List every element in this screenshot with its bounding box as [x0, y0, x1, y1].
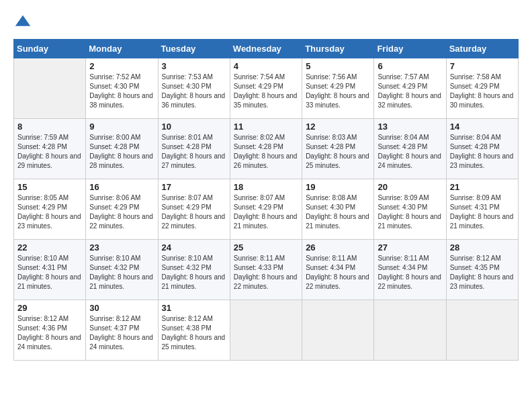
logo [13, 13, 34, 32]
day-info: Sunrise: 8:03 AM Sunset: 4:28 PM Dayligh… [306, 133, 370, 171]
calendar-week-1: 2 Sunrise: 7:52 AM Sunset: 4:30 PM Dayli… [14, 58, 519, 119]
day-number: 27 [378, 242, 442, 253]
day-number: 9 [89, 122, 154, 132]
calendar-cell: 28 Sunrise: 8:12 AM Sunset: 4:35 PM Dayl… [446, 240, 518, 300]
header-row: SundayMondayTuesdayWednesdayThursdayFrid… [14, 40, 519, 58]
day-header-sunday: Sunday [14, 40, 86, 58]
day-info: Sunrise: 7:54 AM Sunset: 4:29 PM Dayligh… [234, 73, 298, 110]
day-number: 31 [162, 303, 226, 313]
day-header-tuesday: Tuesday [158, 40, 230, 58]
day-number: 26 [306, 242, 370, 253]
day-info: Sunrise: 8:11 AM Sunset: 4:34 PM Dayligh… [378, 254, 442, 291]
calendar-cell: 14 Sunrise: 8:04 AM Sunset: 4:28 PM Dayl… [446, 119, 518, 179]
day-header-friday: Friday [374, 40, 446, 58]
logo-icon [13, 13, 32, 32]
day-info: Sunrise: 7:58 AM Sunset: 4:29 PM Dayligh… [450, 73, 515, 110]
day-info: Sunrise: 7:59 AM Sunset: 4:28 PM Dayligh… [17, 133, 82, 171]
day-number: 6 [378, 61, 442, 71]
day-info: Sunrise: 8:12 AM Sunset: 4:37 PM Dayligh… [89, 314, 154, 352]
day-info: Sunrise: 7:57 AM Sunset: 4:29 PM Dayligh… [378, 73, 442, 110]
calendar-cell: 6 Sunrise: 7:57 AM Sunset: 4:29 PM Dayli… [374, 58, 446, 119]
day-info: Sunrise: 8:08 AM Sunset: 4:30 PM Dayligh… [306, 193, 370, 231]
calendar-cell: 23 Sunrise: 8:10 AM Sunset: 4:32 PM Dayl… [86, 240, 158, 300]
calendar-cell: 25 Sunrise: 8:11 AM Sunset: 4:33 PM Dayl… [230, 240, 302, 300]
calendar-cell: 17 Sunrise: 8:07 AM Sunset: 4:29 PM Dayl… [158, 179, 230, 240]
day-number: 30 [89, 303, 154, 313]
page-header [13, 13, 519, 32]
day-info: Sunrise: 8:12 AM Sunset: 4:36 PM Dayligh… [17, 314, 82, 352]
day-number: 12 [306, 122, 370, 132]
svg-marker-0 [15, 15, 30, 26]
day-number: 11 [234, 122, 298, 132]
day-info: Sunrise: 8:11 AM Sunset: 4:34 PM Dayligh… [306, 254, 370, 291]
calendar-cell: 29 Sunrise: 8:12 AM Sunset: 4:36 PM Dayl… [14, 300, 86, 361]
calendar-cell: 26 Sunrise: 8:11 AM Sunset: 4:34 PM Dayl… [302, 240, 374, 300]
day-header-monday: Monday [86, 40, 158, 58]
calendar-cell: 30 Sunrise: 8:12 AM Sunset: 4:37 PM Dayl… [86, 300, 158, 361]
day-number: 5 [306, 61, 370, 71]
day-info: Sunrise: 8:04 AM Sunset: 4:28 PM Dayligh… [450, 133, 515, 171]
day-info: Sunrise: 8:10 AM Sunset: 4:32 PM Dayligh… [89, 254, 154, 291]
day-number: 18 [234, 182, 298, 192]
day-info: Sunrise: 7:53 AM Sunset: 4:30 PM Dayligh… [162, 73, 226, 110]
calendar-cell: 8 Sunrise: 7:59 AM Sunset: 4:28 PM Dayli… [14, 119, 86, 179]
calendar-cell: 11 Sunrise: 8:02 AM Sunset: 4:28 PM Dayl… [230, 119, 302, 179]
day-number: 2 [89, 61, 154, 71]
day-number: 14 [450, 122, 515, 132]
day-number: 19 [306, 182, 370, 192]
calendar-cell: 15 Sunrise: 8:05 AM Sunset: 4:29 PM Dayl… [14, 179, 86, 240]
day-info: Sunrise: 8:00 AM Sunset: 4:28 PM Dayligh… [89, 133, 154, 171]
day-header-saturday: Saturday [446, 40, 518, 58]
day-info: Sunrise: 8:12 AM Sunset: 4:38 PM Dayligh… [162, 314, 226, 352]
calendar-cell: 12 Sunrise: 8:03 AM Sunset: 4:28 PM Dayl… [302, 119, 374, 179]
calendar-cell: 3 Sunrise: 7:53 AM Sunset: 4:30 PM Dayli… [158, 58, 230, 119]
day-info: Sunrise: 8:09 AM Sunset: 4:30 PM Dayligh… [378, 193, 442, 231]
day-info: Sunrise: 8:02 AM Sunset: 4:28 PM Dayligh… [234, 133, 298, 171]
day-number: 16 [89, 182, 154, 192]
day-info: Sunrise: 7:56 AM Sunset: 4:29 PM Dayligh… [306, 73, 370, 110]
day-number: 29 [17, 303, 82, 313]
day-info: Sunrise: 8:10 AM Sunset: 4:32 PM Dayligh… [162, 254, 226, 291]
day-number: 7 [450, 61, 515, 71]
calendar-cell: 4 Sunrise: 7:54 AM Sunset: 4:29 PM Dayli… [230, 58, 302, 119]
calendar-cell: 21 Sunrise: 8:09 AM Sunset: 4:31 PM Dayl… [446, 179, 518, 240]
day-number: 3 [162, 61, 226, 71]
calendar-cell: 2 Sunrise: 7:52 AM Sunset: 4:30 PM Dayli… [86, 58, 158, 119]
calendar-cell: 31 Sunrise: 8:12 AM Sunset: 4:38 PM Dayl… [158, 300, 230, 361]
calendar-cell: 10 Sunrise: 8:01 AM Sunset: 4:28 PM Dayl… [158, 119, 230, 179]
day-info: Sunrise: 8:05 AM Sunset: 4:29 PM Dayligh… [17, 193, 82, 231]
calendar-cell: 13 Sunrise: 8:04 AM Sunset: 4:28 PM Dayl… [374, 119, 446, 179]
day-info: Sunrise: 8:09 AM Sunset: 4:31 PM Dayligh… [450, 193, 515, 231]
day-info: Sunrise: 8:01 AM Sunset: 4:28 PM Dayligh… [162, 133, 226, 171]
day-number: 25 [234, 242, 298, 253]
day-number: 13 [378, 122, 442, 132]
calendar-week-3: 15 Sunrise: 8:05 AM Sunset: 4:29 PM Dayl… [14, 179, 519, 240]
calendar-cell: 27 Sunrise: 8:11 AM Sunset: 4:34 PM Dayl… [374, 240, 446, 300]
calendar-table: SundayMondayTuesdayWednesdayThursdayFrid… [13, 39, 519, 361]
calendar-cell [374, 300, 446, 361]
calendar-cell: 19 Sunrise: 8:08 AM Sunset: 4:30 PM Dayl… [302, 179, 374, 240]
calendar-week-5: 29 Sunrise: 8:12 AM Sunset: 4:36 PM Dayl… [14, 300, 519, 361]
calendar-cell [446, 300, 518, 361]
day-number: 28 [450, 242, 515, 253]
calendar-cell: 18 Sunrise: 8:07 AM Sunset: 4:29 PM Dayl… [230, 179, 302, 240]
day-header-thursday: Thursday [302, 40, 374, 58]
calendar-cell [14, 58, 86, 119]
day-info: Sunrise: 7:52 AM Sunset: 4:30 PM Dayligh… [89, 73, 154, 110]
calendar-cell: 5 Sunrise: 7:56 AM Sunset: 4:29 PM Dayli… [302, 58, 374, 119]
calendar-cell: 9 Sunrise: 8:00 AM Sunset: 4:28 PM Dayli… [86, 119, 158, 179]
day-info: Sunrise: 8:07 AM Sunset: 4:29 PM Dayligh… [234, 193, 298, 231]
day-info: Sunrise: 8:11 AM Sunset: 4:33 PM Dayligh… [234, 254, 298, 291]
calendar-cell: 22 Sunrise: 8:10 AM Sunset: 4:31 PM Dayl… [14, 240, 86, 300]
calendar-cell: 7 Sunrise: 7:58 AM Sunset: 4:29 PM Dayli… [446, 58, 518, 119]
day-header-wednesday: Wednesday [230, 40, 302, 58]
calendar-week-4: 22 Sunrise: 8:10 AM Sunset: 4:31 PM Dayl… [14, 240, 519, 300]
calendar-week-2: 8 Sunrise: 7:59 AM Sunset: 4:28 PM Dayli… [14, 119, 519, 179]
day-info: Sunrise: 8:10 AM Sunset: 4:31 PM Dayligh… [17, 254, 82, 291]
calendar-cell: 16 Sunrise: 8:06 AM Sunset: 4:29 PM Dayl… [86, 179, 158, 240]
day-number: 22 [17, 242, 82, 253]
day-info: Sunrise: 8:06 AM Sunset: 4:29 PM Dayligh… [89, 193, 154, 231]
day-number: 8 [17, 122, 82, 132]
day-info: Sunrise: 8:12 AM Sunset: 4:35 PM Dayligh… [450, 254, 515, 291]
day-number: 20 [378, 182, 442, 192]
